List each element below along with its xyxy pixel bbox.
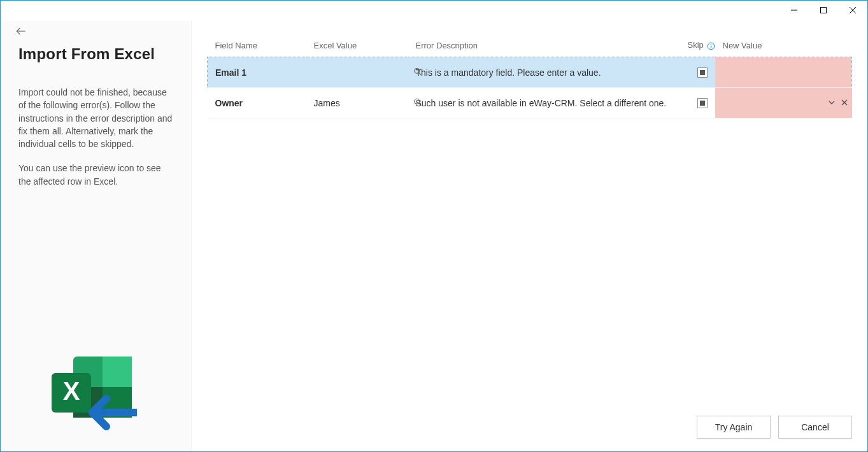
errors-table: Field Name Excel Value Error Description… (207, 36, 852, 118)
col-header-skip[interactable]: Skip (680, 36, 715, 57)
try-again-button[interactable]: Try Again (697, 416, 771, 439)
titlebar (1, 1, 867, 21)
minimize-button[interactable] (779, 1, 809, 20)
col-header-error-description[interactable]: Error Description (408, 36, 680, 57)
cell-skip (680, 57, 715, 88)
table-row[interactable]: Email 1 This is a mandatory field. Pleas… (208, 57, 852, 88)
cell-field-name: Email 1 (208, 57, 306, 88)
skip-checkbox[interactable] (697, 67, 708, 78)
svg-point-15 (414, 68, 419, 73)
errors-table-wrap: Field Name Excel Value Error Description… (192, 21, 867, 406)
col-header-new-value[interactable]: New Value (715, 36, 852, 57)
excel-import-illustration: X (48, 354, 137, 432)
svg-rect-13 (711, 46, 711, 48)
cell-excel-value (306, 57, 408, 88)
svg-rect-6 (103, 357, 132, 387)
cancel-button[interactable]: Cancel (778, 416, 852, 439)
col-header-field-name[interactable]: Field Name (208, 36, 306, 57)
info-icon[interactable] (707, 41, 715, 50)
table-row[interactable]: Owner James Such user is not available i… (208, 88, 852, 118)
cell-error-description: This is a mandatory field. Please enter … (408, 57, 680, 88)
dialog-window: Import From Excel Import could not be fi… (0, 0, 868, 452)
svg-text:X: X (63, 377, 80, 405)
col-header-excel-value[interactable]: Excel Value (306, 36, 408, 57)
page-title: Import From Excel (18, 45, 173, 63)
close-button[interactable] (838, 1, 867, 20)
dialog-body: Import From Excel Import could not be fi… (1, 21, 867, 451)
svg-point-17 (414, 99, 419, 104)
maximize-button[interactable] (809, 1, 838, 20)
sidebar: Import From Excel Import could not be fi… (1, 21, 192, 451)
sidebar-paragraph: You can use the preview icon to see the … (18, 162, 173, 188)
cell-excel-value: James (306, 88, 408, 118)
clear-icon[interactable] (841, 98, 848, 108)
preview-icon[interactable] (413, 97, 422, 108)
sidebar-paragraph: Import could not be finished, because of… (18, 86, 173, 150)
main-content: Field Name Excel Value Error Description… (192, 21, 867, 451)
svg-rect-1 (821, 8, 827, 13)
dialog-footer: Try Again Cancel (192, 406, 867, 451)
cell-new-value[interactable] (715, 88, 852, 118)
skip-checkbox[interactable] (697, 98, 708, 108)
col-header-skip-label: Skip (688, 40, 704, 50)
svg-line-18 (418, 103, 421, 106)
svg-rect-14 (711, 44, 711, 45)
cell-new-value[interactable] (715, 57, 852, 88)
back-button[interactable] (15, 25, 27, 39)
cell-skip (680, 88, 715, 118)
preview-icon[interactable] (413, 67, 422, 78)
cell-error-description: Such user is not available in eWay-CRM. … (408, 88, 680, 118)
cell-error-text: Such user is not available in eWay-CRM. … (416, 98, 667, 108)
chevron-down-icon[interactable] (828, 98, 836, 108)
svg-line-16 (418, 73, 421, 75)
table-header-row: Field Name Excel Value Error Description… (208, 36, 852, 57)
cell-error-text: This is a mandatory field. Please enter … (416, 67, 601, 78)
cell-field-name: Owner (208, 88, 306, 118)
